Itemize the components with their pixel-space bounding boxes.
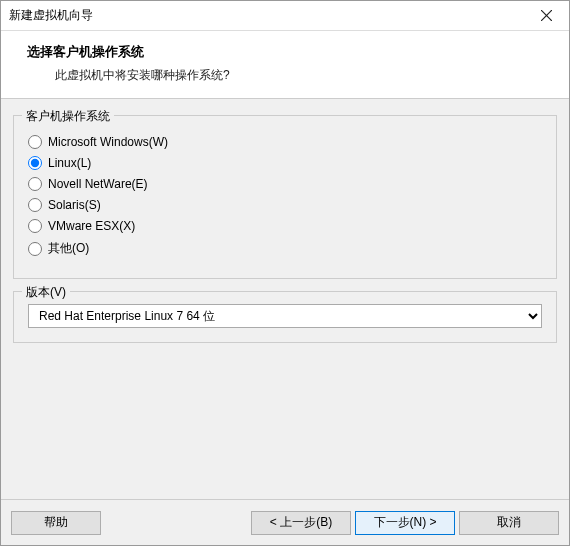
next-button[interactable]: 下一步(N) > xyxy=(355,511,455,535)
os-radio-vmware-esx[interactable] xyxy=(28,219,42,233)
os-label: Microsoft Windows(W) xyxy=(48,135,168,149)
os-label: VMware ESX(X) xyxy=(48,219,135,233)
os-option-other[interactable]: 其他(O) xyxy=(28,240,542,257)
page-title: 选择客户机操作系统 xyxy=(27,43,537,61)
os-label: Novell NetWare(E) xyxy=(48,177,148,191)
guest-os-legend: 客户机操作系统 xyxy=(22,108,114,125)
window-title: 新建虚拟机向导 xyxy=(9,7,93,24)
page-subtitle: 此虚拟机中将安装哪种操作系统? xyxy=(27,67,537,84)
os-radio-windows[interactable] xyxy=(28,135,42,149)
os-label: Solaris(S) xyxy=(48,198,101,212)
os-radio-solaris[interactable] xyxy=(28,198,42,212)
close-button[interactable] xyxy=(523,1,569,31)
close-icon xyxy=(541,10,552,21)
guest-os-fieldset: 客户机操作系统 Microsoft Windows(W) Linux(L) No… xyxy=(13,115,557,279)
os-radio-netware[interactable] xyxy=(28,177,42,191)
os-label: Linux(L) xyxy=(48,156,91,170)
version-legend: 版本(V) xyxy=(22,284,70,301)
wizard-content: 客户机操作系统 Microsoft Windows(W) Linux(L) No… xyxy=(1,99,569,499)
os-option-netware[interactable]: Novell NetWare(E) xyxy=(28,177,542,191)
help-button[interactable]: 帮助 xyxy=(11,511,101,535)
os-option-solaris[interactable]: Solaris(S) xyxy=(28,198,542,212)
version-fieldset: 版本(V) Red Hat Enterprise Linux 7 64 位 xyxy=(13,291,557,343)
title-bar: 新建虚拟机向导 xyxy=(1,1,569,31)
os-label: 其他(O) xyxy=(48,240,89,257)
cancel-button[interactable]: 取消 xyxy=(459,511,559,535)
wizard-header: 选择客户机操作系统 此虚拟机中将安装哪种操作系统? xyxy=(1,31,569,99)
os-radio-linux[interactable] xyxy=(28,156,42,170)
os-option-windows[interactable]: Microsoft Windows(W) xyxy=(28,135,542,149)
os-option-linux[interactable]: Linux(L) xyxy=(28,156,542,170)
os-option-vmware-esx[interactable]: VMware ESX(X) xyxy=(28,219,542,233)
back-button[interactable]: < 上一步(B) xyxy=(251,511,351,535)
guest-os-radio-group: Microsoft Windows(W) Linux(L) Novell Net… xyxy=(28,135,542,257)
version-select[interactable]: Red Hat Enterprise Linux 7 64 位 xyxy=(28,304,542,328)
os-radio-other[interactable] xyxy=(28,242,42,256)
wizard-footer: 帮助 < 上一步(B) 下一步(N) > 取消 xyxy=(1,499,569,545)
